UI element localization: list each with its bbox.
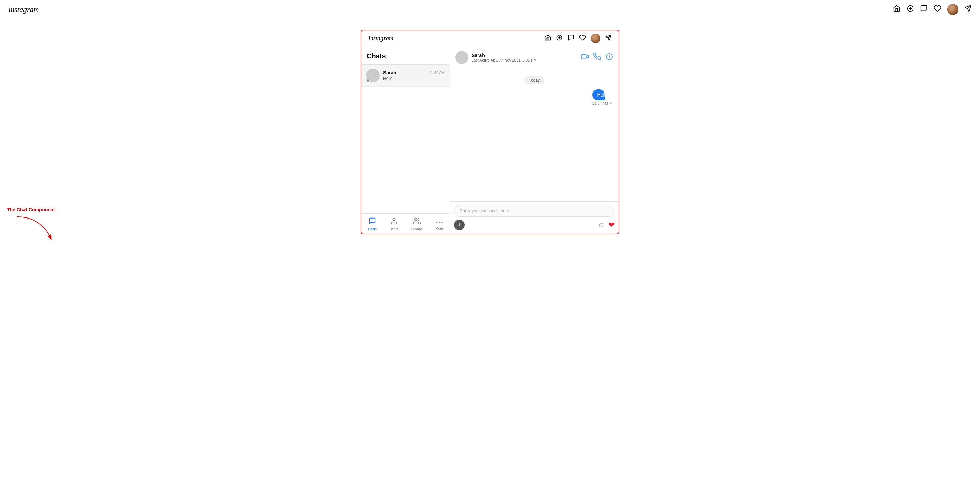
- chat-component: Instagram: [361, 30, 619, 234]
- plus-circle-icon[interactable]: [907, 5, 914, 14]
- message-read-tick: ✓: [609, 101, 612, 105]
- chats-title: Chats: [367, 52, 386, 60]
- ig-send-icon[interactable]: [605, 34, 612, 43]
- input-bottom-row: + ☺ ❤: [454, 220, 614, 230]
- message-bubble-sent: Hello: [592, 89, 605, 100]
- home-icon[interactable]: [893, 5, 900, 14]
- svg-rect-17: [582, 54, 586, 59]
- chat-item-avatar: [366, 69, 380, 82]
- chat-user-name: Sarah: [472, 53, 537, 58]
- more-nav-label: More: [435, 227, 443, 230]
- annotation-label: The Chat Component: [7, 207, 55, 212]
- groups-nav-label: Groups: [411, 227, 423, 231]
- page: Instagram: [0, 0, 980, 488]
- svg-point-15: [441, 222, 443, 223]
- ig-plus-icon[interactable]: [556, 34, 563, 43]
- bottom-nav-chats[interactable]: Chats: [368, 217, 377, 231]
- nav-avatar[interactable]: [947, 4, 958, 15]
- svg-point-12: [415, 218, 417, 220]
- outer-logo: Instagram: [8, 5, 39, 14]
- chat-list-item[interactable]: Sarah 11:34 AM Hello: [361, 65, 450, 87]
- chats-nav-label: Chats: [368, 227, 377, 231]
- heart-reaction-button[interactable]: ❤: [608, 220, 614, 230]
- chat-sidebar: Chats Sarah 11:34 AM: [361, 47, 450, 234]
- add-media-button[interactable]: +: [454, 220, 465, 230]
- message-time: 11:34 AM: [592, 101, 608, 105]
- chat-input-area: + ☺ ❤: [450, 201, 619, 234]
- svg-point-11: [393, 218, 395, 220]
- outer-nav-icons: [893, 4, 972, 15]
- ig-avatar[interactable]: [591, 34, 600, 43]
- message-meta-sent: 11:34 AM ✓: [592, 101, 613, 105]
- svg-point-13: [436, 222, 437, 223]
- heart-nav-icon[interactable]: [934, 5, 941, 14]
- bottom-nav-more[interactable]: More: [435, 218, 443, 230]
- content-area: The Chat Component Instagram: [0, 19, 980, 488]
- chat-window-actions: [581, 53, 613, 62]
- chat-user-avatar: [455, 51, 468, 64]
- chat-user-details: Sarah Last Active At: 15th Nov 2021, 8:0…: [472, 53, 537, 62]
- emoji-button[interactable]: ☺: [598, 220, 605, 230]
- date-divider: Today: [455, 76, 613, 84]
- users-nav-label: Users: [390, 227, 398, 231]
- annotation-container: The Chat Component: [7, 207, 55, 242]
- more-nav-icon: [436, 218, 443, 226]
- ig-heart-icon[interactable]: [579, 34, 586, 43]
- chat-window-user-info: Sarah Last Active At: 15th Nov 2021, 8:0…: [455, 51, 537, 64]
- date-badge: Today: [524, 76, 544, 84]
- ig-chat-icon[interactable]: [568, 34, 574, 43]
- chat-sidebar-header: Chats: [361, 47, 450, 65]
- chat-window-header: Sarah Last Active At: 15th Nov 2021, 8:0…: [450, 47, 619, 68]
- chat-user-status: Last Active At: 15th Nov 2021, 8:01 PM: [472, 58, 537, 62]
- message-row-sent: Hello 11:34 AM ✓: [455, 89, 613, 105]
- chat-item-time: 11:34 AM: [429, 71, 445, 75]
- chat-list: Sarah 11:34 AM Hello: [361, 65, 450, 214]
- outer-navbar: Instagram: [0, 0, 980, 19]
- bottom-nav-groups[interactable]: Groups: [411, 217, 423, 231]
- ig-header-icons: [544, 34, 612, 43]
- ig-inner-header: Instagram: [361, 30, 619, 47]
- chat-item-content: Sarah 11:34 AM Hello: [383, 70, 445, 81]
- video-call-icon[interactable]: [581, 53, 589, 62]
- svg-point-14: [439, 222, 440, 223]
- chat-item-name: Sarah: [383, 70, 396, 76]
- message-input[interactable]: [454, 205, 614, 217]
- ig-inner-logo: Instagram: [368, 35, 393, 42]
- input-actions-right: ☺ ❤: [598, 220, 614, 230]
- online-dot: [366, 79, 369, 82]
- chat-window: Sarah Last Active At: 15th Nov 2021, 8:0…: [450, 47, 619, 234]
- info-icon[interactable]: [606, 53, 613, 62]
- messages-area: Today Hello 11:34 AM ✓: [450, 68, 619, 201]
- phone-call-icon[interactable]: [593, 53, 601, 62]
- users-nav-icon: [390, 217, 398, 227]
- groups-nav-icon: [413, 217, 421, 227]
- chat-icon[interactable]: [920, 5, 928, 14]
- svg-marker-16: [586, 55, 588, 58]
- chat-input-row: [454, 205, 614, 217]
- bottom-nav: Chats Users: [361, 214, 450, 234]
- chat-item-preview: Hello: [383, 76, 445, 81]
- annotation-arrow: [14, 215, 54, 242]
- bottom-nav-users[interactable]: Users: [390, 217, 398, 231]
- chat-item-top: Sarah 11:34 AM: [383, 70, 445, 76]
- chats-nav-icon: [369, 217, 376, 227]
- send-icon[interactable]: [964, 5, 972, 14]
- chat-body: Chats Sarah 11:34 AM: [361, 47, 619, 234]
- ig-home-icon[interactable]: [544, 34, 551, 43]
